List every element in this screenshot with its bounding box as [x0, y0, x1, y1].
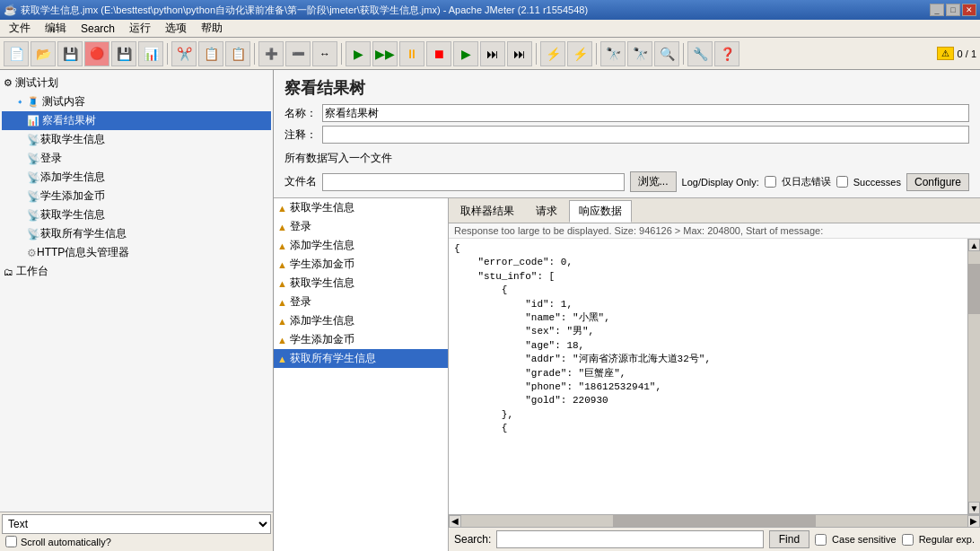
name-input[interactable] [322, 104, 969, 122]
tree-node-test-plan[interactable]: ⚙ 测试计划 [2, 74, 271, 92]
menu-edit[interactable]: 编辑 [39, 19, 72, 38]
scroll-right-button[interactable]: ▶ [967, 515, 980, 528]
title-bar: ☕ 获取学生信息.jmx (E:\besttest\python\python自… [0, 0, 980, 20]
configure-button[interactable]: Configure [906, 173, 969, 191]
file-input[interactable] [322, 173, 625, 191]
search-icon-button[interactable]: 🔭 [600, 41, 626, 66]
result-item[interactable]: ▲ 登录 [274, 217, 448, 236]
horizontal-scrollbar[interactable]: ◀ ▶ [449, 514, 980, 527]
settings-button[interactable]: 🔧 [687, 41, 713, 66]
menu-run[interactable]: 运行 [124, 19, 156, 38]
tabs: 取样器结果 请求 响应数据 [449, 198, 980, 223]
view-mode-dropdown[interactable]: Text [2, 514, 271, 534]
menu-help[interactable]: 帮助 [196, 19, 228, 38]
tree-node-add-coin[interactable]: 📡 学生添加金币 [2, 187, 271, 206]
successes-label: Successes [853, 177, 901, 188]
stop-button[interactable]: ⏹ [426, 41, 451, 66]
cut-button[interactable]: ✂️ [171, 41, 197, 66]
warn-badge: ⚠ [937, 47, 954, 60]
file-row: 文件名 浏览... Log/Display Only: 仅日志错误 Succes… [274, 170, 980, 194]
func1-button[interactable]: ⚡ [540, 41, 565, 66]
remote-stop-button[interactable]: ⏭ [507, 41, 532, 66]
errors-only-label: 仅日志错误 [782, 175, 831, 188]
scroll-auto-checkbox[interactable] [5, 536, 17, 547]
scroll-track[interactable] [968, 251, 980, 502]
tree-node-add-student[interactable]: 📡 添加学生信息 [2, 168, 271, 187]
find-button[interactable]: 🔍 [654, 41, 679, 66]
name-label: 名称： [284, 106, 317, 121]
start-button[interactable]: ▶ [346, 41, 371, 66]
window-controls[interactable]: _ □ ✕ [930, 4, 976, 16]
comment-input[interactable] [322, 126, 969, 144]
result-item[interactable]: ▲ 添加学生信息 [274, 311, 448, 330]
result-item[interactable]: ▲ 添加学生信息 [274, 236, 448, 255]
scroll-left-button[interactable]: ◀ [449, 515, 461, 528]
result-item[interactable]: ▲ 获取学生信息 [274, 274, 448, 293]
menu-bar: 文件 编辑 Search 运行 选项 帮助 [0, 20, 980, 38]
start-no-pause-button[interactable]: ▶▶ [372, 41, 398, 66]
func2-button[interactable]: ⚡ [567, 41, 592, 66]
case-sensitive-label: Case sensitive [832, 534, 897, 545]
errors-only-checkbox[interactable] [765, 176, 776, 188]
menu-search[interactable]: Search [75, 21, 120, 37]
triangle-icon: ▲ [277, 259, 287, 270]
menu-options[interactable]: 选项 [160, 19, 192, 38]
regexp-checkbox[interactable] [902, 534, 914, 546]
search2-button[interactable]: 🔭 [627, 41, 652, 66]
tree-node-result-tree[interactable]: 📊 察看结果树 [2, 111, 271, 130]
tree-node-login[interactable]: 📡 登录 [2, 149, 271, 168]
triangle-icon: ▲ [277, 316, 287, 327]
tab-request[interactable]: 请求 [526, 200, 567, 223]
save-as-button[interactable]: 🔴 [84, 41, 109, 66]
minimize-button[interactable]: _ [930, 4, 944, 16]
search-input[interactable] [496, 530, 763, 548]
successes-checkbox[interactable] [836, 176, 848, 188]
vertical-scrollbar[interactable]: ▲ ▼ [967, 239, 980, 514]
collapse-button[interactable]: ➖ [285, 41, 311, 66]
new-button[interactable]: 📄 [4, 41, 29, 66]
h-scroll-track[interactable] [461, 515, 967, 528]
save-disk-button[interactable]: 💾 [111, 41, 136, 66]
scroll-up-button[interactable]: ▲ [968, 239, 980, 251]
tree-node-workbench[interactable]: 🗂 工作台 [2, 262, 271, 281]
search-bar: Search: Find Case sensitive Regular exp. [449, 527, 980, 551]
result-item[interactable]: ▲ 学生添加金币 [274, 330, 448, 349]
tree-node-get-student[interactable]: 📡 获取学生信息 [2, 130, 271, 149]
report-button[interactable]: 📊 [138, 41, 163, 66]
tree-label: 工作台 [16, 264, 48, 279]
tab-sampler-result[interactable]: 取样器结果 [451, 200, 524, 223]
case-sensitive-checkbox[interactable] [815, 534, 827, 546]
close-button[interactable]: ✕ [962, 4, 976, 16]
pause-button[interactable]: ⏸ [399, 41, 424, 66]
tree-node-get-student2[interactable]: 📡 获取学生信息 [2, 206, 271, 224]
scroll-down-button[interactable]: ▼ [968, 502, 980, 514]
menu-file[interactable]: 文件 [4, 19, 36, 38]
scroll-auto-checkbox-row: Scroll automatically? [2, 534, 271, 549]
expand-button[interactable]: ➕ [258, 41, 284, 66]
tree-label: 添加学生信息 [40, 170, 105, 185]
help-button[interactable]: ❓ [714, 41, 739, 66]
tab-response-data[interactable]: 响应数据 [569, 200, 632, 223]
maximize-button[interactable]: □ [946, 4, 960, 16]
remote-start-button[interactable]: ⏭ [480, 41, 505, 66]
result-item[interactable]: ▲ 获取学生信息 [274, 198, 448, 217]
tree-node-http-header[interactable]: ⚙ HTTP信息头管理器 [2, 243, 271, 262]
reset-button[interactable]: ↔ [312, 41, 337, 66]
copy-button[interactable]: 📋 [198, 41, 223, 66]
tree-label: 获取学生信息 [40, 132, 105, 147]
h-scroll-thumb[interactable] [613, 515, 816, 528]
triangle-icon: ▲ [277, 278, 287, 289]
paste-button[interactable]: 📋 [225, 41, 250, 66]
clear-button[interactable]: ▶ [453, 41, 478, 66]
save-button[interactable]: 💾 [57, 41, 83, 66]
tree-node-test-content[interactable]: 🔹 🧵 测试内容 [2, 92, 271, 111]
tree-node-get-all-student[interactable]: 📡 获取所有学生信息 [2, 224, 271, 243]
scroll-thumb[interactable] [968, 264, 980, 314]
search-label: Search: [454, 533, 491, 546]
result-item-selected[interactable]: ▲ 获取所有学生信息 [274, 349, 448, 368]
result-item[interactable]: ▲ 学生添加金币 [274, 255, 448, 274]
open-button[interactable]: 📂 [31, 41, 56, 66]
browse-button[interactable]: 浏览... [630, 171, 677, 192]
find-button[interactable]: Find [769, 530, 809, 548]
result-item[interactable]: ▲ 登录 [274, 293, 448, 311]
